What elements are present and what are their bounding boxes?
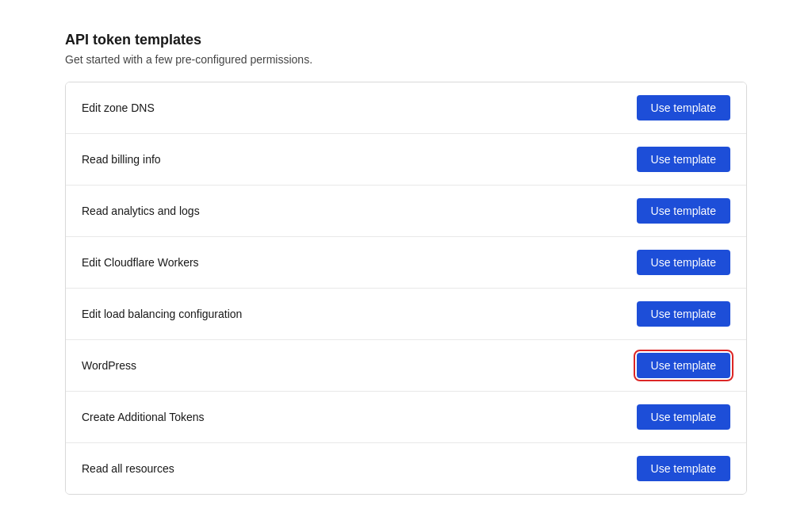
template-row-wordpress: WordPressUse template bbox=[66, 340, 746, 392]
template-name-read-analytics-logs: Read analytics and logs bbox=[82, 205, 200, 217]
use-template-button-read-all-resources[interactable]: Use template bbox=[637, 456, 730, 481]
template-name-edit-zone-dns: Edit zone DNS bbox=[82, 101, 155, 114]
template-name-read-all-resources: Read all resources bbox=[82, 462, 174, 475]
template-name-edit-load-balancing: Edit load balancing configuration bbox=[82, 308, 242, 320]
template-name-read-billing-info: Read billing info bbox=[82, 153, 161, 166]
page-container: API token templates Get started with a f… bbox=[65, 32, 747, 495]
use-template-button-edit-zone-dns[interactable]: Use template bbox=[637, 95, 730, 121]
use-template-button-wordpress[interactable]: Use template bbox=[637, 353, 730, 378]
page-title: API token templates bbox=[65, 32, 747, 48]
template-row-read-all-resources: Read all resourcesUse template bbox=[66, 443, 746, 494]
page-subtitle: Get started with a few pre-configured pe… bbox=[65, 53, 747, 66]
use-template-button-read-billing-info[interactable]: Use template bbox=[637, 147, 730, 172]
template-row-read-analytics-logs: Read analytics and logsUse template bbox=[66, 186, 746, 237]
template-name-create-additional-tokens: Create Additional Tokens bbox=[82, 411, 205, 423]
template-row-edit-load-balancing: Edit load balancing configurationUse tem… bbox=[66, 289, 746, 340]
use-template-button-edit-cloudflare-workers[interactable]: Use template bbox=[637, 250, 730, 275]
template-row-edit-cloudflare-workers: Edit Cloudflare WorkersUse template bbox=[66, 237, 746, 289]
template-name-wordpress: WordPress bbox=[82, 359, 136, 372]
templates-table: Edit zone DNSUse templateRead billing in… bbox=[65, 82, 747, 495]
template-name-edit-cloudflare-workers: Edit Cloudflare Workers bbox=[82, 256, 199, 269]
use-template-button-edit-load-balancing[interactable]: Use template bbox=[637, 301, 730, 327]
template-row-create-additional-tokens: Create Additional TokensUse template bbox=[66, 392, 746, 443]
use-template-button-create-additional-tokens[interactable]: Use template bbox=[637, 404, 730, 430]
template-row-edit-zone-dns: Edit zone DNSUse template bbox=[66, 82, 746, 134]
template-row-read-billing-info: Read billing infoUse template bbox=[66, 134, 746, 186]
use-template-button-read-analytics-logs[interactable]: Use template bbox=[637, 198, 730, 224]
